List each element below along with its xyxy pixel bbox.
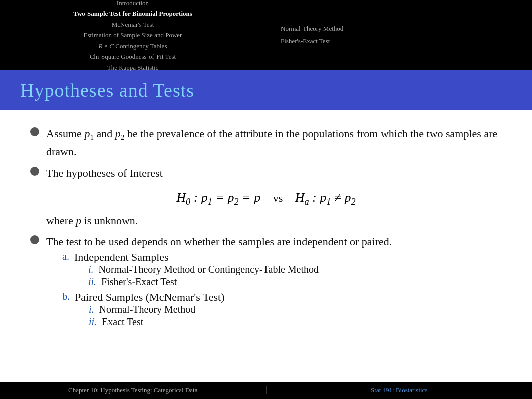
sublist-a-text: Independent Samples xyxy=(74,251,319,264)
bullet-text-3: The test to be used depends on whether t… xyxy=(46,233,502,250)
bullet-dot-3 xyxy=(30,235,39,244)
sublist-a-items: i. Normal-Theory Method or Contingency-T… xyxy=(88,264,319,288)
sublist-b: b. Paired Samples (McNemar's Test) i. No… xyxy=(62,291,502,329)
sublist-b-roman-2: ii. xyxy=(89,316,97,328)
nav-fisher-exact[interactable]: Fisher's-Exact Test xyxy=(281,36,330,47)
page-title: Hypotheses and Tests xyxy=(20,79,512,101)
nav-introduction[interactable]: Introduction xyxy=(117,0,149,8)
bullet-dot-2 xyxy=(30,167,39,176)
sublist-b-items: i. Normal-Theory Method ii. Exact Test xyxy=(89,304,225,328)
sublist-b-text: Paired Samples (McNemar's Test) xyxy=(75,291,225,304)
sublist-a-roman-2: ii. xyxy=(88,276,96,288)
content: Assume p1 and p2 be the prevalence of th… xyxy=(0,110,532,346)
where-text: where p is unknown. xyxy=(46,214,502,227)
footer-right: Stat 491: Biostatistics xyxy=(267,386,533,394)
header-nav-left: Introduction Two-Sample Test for Binomia… xyxy=(0,0,265,70)
bullet-2: The hypotheses of Interest xyxy=(30,165,502,181)
sublist-a-item-2: ii. Fisher's-Exact Test xyxy=(88,276,319,288)
sublist-a-text-2: Fisher's-Exact Test xyxy=(101,276,177,288)
sublist-a-label: a. xyxy=(62,251,69,262)
bullet-3: The test to be used depends on whether t… xyxy=(30,233,502,331)
sublist-b-roman-1: i. xyxy=(89,304,94,315)
header: Introduction Two-Sample Test for Binomia… xyxy=(0,0,532,70)
sublist-a-item-1: i. Normal-Theory Method or Contingency-T… xyxy=(88,264,319,275)
formula-block: H0 : p1 = p2 = p vs Ha : p1 ≠ p2 xyxy=(30,190,502,207)
sublist-b-text-1: Normal-Theory Method xyxy=(99,304,196,315)
bullet-text-2: The hypotheses of Interest xyxy=(46,165,163,181)
sublist-a: a. Independent Samples i. Normal-Theory … xyxy=(62,251,502,289)
sublist-b-label: b. xyxy=(62,291,70,302)
nav-contingency[interactable]: R × C Contingency Tables xyxy=(99,41,167,51)
footer: Chapter 10: Hypothesis Testing: Categori… xyxy=(0,382,532,399)
bullet-1: Assume p1 and p2 be the prevalence of th… xyxy=(30,125,502,160)
nav-estimation[interactable]: Estimation of Sample Size and Power xyxy=(84,30,182,40)
sublist-b-item-2: ii. Exact Test xyxy=(89,316,225,328)
bullet-text-1: Assume p1 and p2 be the prevalence of th… xyxy=(46,125,502,160)
nav-two-sample-test[interactable]: Two-Sample Test for Binomial Proportions xyxy=(73,9,192,19)
nav-mcnemar[interactable]: McNemar's Test xyxy=(112,20,154,30)
footer-left: Chapter 10: Hypothesis Testing: Categori… xyxy=(0,386,267,394)
sublist-b-text-2: Exact Test xyxy=(102,316,143,328)
sublist-b-item-1: i. Normal-Theory Method xyxy=(89,304,225,315)
vs-text: vs xyxy=(273,192,283,204)
nav-normal-theory[interactable]: Normal-Theory Method xyxy=(281,24,343,34)
title-bar: Hypotheses and Tests xyxy=(0,70,532,110)
sublist-a-text-1: Normal-Theory Method or Contingency-Tabl… xyxy=(98,264,319,275)
nav-kappa[interactable]: The Kappa Statistic xyxy=(107,63,159,73)
sub-list: a. Independent Samples i. Normal-Theory … xyxy=(62,251,502,329)
sublist-a-roman-1: i. xyxy=(88,264,94,275)
header-nav-right: Normal-Theory Method Fisher's-Exact Test xyxy=(265,0,532,70)
nav-chi-square[interactable]: Chi-Square Goodness-of-Fit Test xyxy=(90,52,176,62)
bullet-dot-1 xyxy=(30,127,39,136)
